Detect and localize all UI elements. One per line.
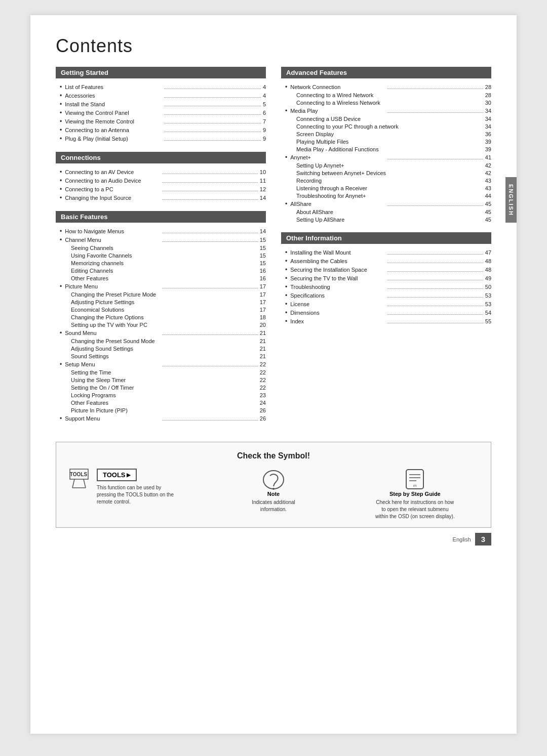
item-page: 11 — [260, 178, 266, 184]
list-item: Switching between Anynet+ Devices42 — [285, 169, 491, 177]
item-text: Editing Channels — [71, 268, 260, 274]
step-guide-description: Check here for instructions on how to op… — [374, 499, 455, 520]
item-text: Media Play - Additional Functions — [296, 146, 485, 152]
item-text: Sound Settings — [71, 353, 260, 359]
section-connections: ConnectionsConnecting to an AV Device10C… — [56, 152, 266, 202]
item-page: 44 — [485, 193, 491, 199]
tools-arrow-icon: ▶ — [127, 472, 131, 478]
item-text: Setup Menu — [65, 361, 160, 367]
item-page: 7 — [263, 118, 266, 124]
section-header-advanced-features: Advanced Features — [281, 67, 491, 78]
list-item: Setting Up Anynet+42 — [285, 161, 491, 169]
note-description: Indicates additional information. — [241, 499, 306, 513]
item-text: Troubleshooting for Anynet+ — [296, 193, 485, 199]
list-item: Connecting to a Wireless Network30 — [285, 99, 491, 106]
item-text: Changing the Preset Sound Mode — [71, 338, 260, 344]
list-item: Adjusting Picture Settings17 — [60, 298, 266, 306]
item-text: Accessories — [65, 93, 162, 99]
list-item: Install the Stand5 — [60, 100, 266, 108]
item-page: 34 — [485, 116, 491, 122]
list-item: Connecting to an AV Device10 — [60, 167, 266, 176]
item-page: 6 — [263, 110, 266, 116]
item-page: 15 — [260, 253, 266, 259]
item-page: 14 — [260, 228, 266, 234]
item-page: 28 — [485, 92, 491, 98]
item-page: 28 — [485, 84, 491, 90]
section-header-other-information: Other Information — [281, 232, 491, 244]
item-page: 36 — [485, 131, 491, 137]
item-page: 45 — [485, 209, 491, 215]
list-item: Other Features16 — [60, 274, 266, 282]
item-text: Network Connection — [290, 84, 385, 90]
section-header-connections: Connections — [56, 152, 266, 163]
list-item: Changing the Input Source14 — [60, 193, 266, 202]
item-page: 53 — [485, 301, 491, 307]
item-text: Adjusting Sound Settings — [71, 346, 260, 352]
item-page: 55 — [485, 318, 491, 324]
item-text: How to Navigate Menus — [65, 228, 160, 234]
item-text: Troubleshooting — [290, 284, 385, 290]
item-text: Index — [290, 318, 385, 324]
item-page: 4 — [263, 84, 266, 90]
list-item: Securing the TV to the Wall49 — [285, 274, 491, 282]
item-text: Changing the Preset Picture Mode — [71, 291, 260, 298]
list-item: Adjusting Sound Settings21 — [60, 345, 266, 352]
list-item: Seeing Channels15 — [60, 244, 266, 251]
item-page: 5 — [263, 101, 266, 107]
item-text: Setting Up AllShare — [296, 217, 485, 223]
item-page: 17 — [260, 307, 266, 313]
item-text: Economical Solutions — [71, 307, 260, 313]
list-item: Changing the Picture Options18 — [60, 313, 266, 321]
item-text: License — [290, 301, 385, 307]
tools-small-icon: TOOLS — [69, 469, 89, 490]
item-page: 48 — [485, 258, 491, 264]
list-item: How to Navigate Menus14 — [60, 227, 266, 235]
list-item: Using Favorite Channels15 — [60, 251, 266, 259]
list-item: Media Play34 — [285, 106, 491, 115]
item-page: 43 — [485, 185, 491, 191]
item-page: 15 — [260, 245, 266, 251]
list-item: Media Play - Additional Functions39 — [285, 145, 491, 153]
list-item: Anynet+41 — [285, 153, 491, 161]
item-page: 26 — [260, 415, 266, 422]
item-text: Switching between Anynet+ Devices — [296, 170, 485, 176]
item-text: Dimensions — [290, 310, 385, 316]
list-item: Playing Multiple Files39 — [285, 138, 491, 145]
item-text: Recording — [296, 178, 485, 184]
symbol-step-guide: m Step by Step Guide Check here for inst… — [349, 469, 481, 520]
item-page: 49 — [485, 275, 491, 281]
svg-point-6 — [272, 488, 275, 490]
item-text: Securing the Installation Space — [290, 267, 385, 273]
section-basic-features: Basic FeaturesHow to Navigate Menus14Cha… — [56, 211, 266, 423]
item-text: Memorizing channels — [71, 260, 260, 266]
item-page: 30 — [485, 100, 491, 106]
item-page: 21 — [260, 346, 266, 352]
list-item: Picture Menu17 — [60, 282, 266, 290]
item-text: Playing Multiple Files — [296, 139, 485, 145]
list-item: Memorizing channels15 — [60, 259, 266, 267]
list-item: Setting Up AllShare45 — [285, 216, 491, 223]
list-item: Setting up the TV with Your PC20 — [60, 321, 266, 328]
item-text: Setting the On / Off Timer — [71, 385, 260, 391]
list-item: Accessories4 — [60, 91, 266, 100]
item-page: 17 — [260, 283, 266, 289]
item-text: Support Menu — [65, 415, 160, 422]
section-getting-started: Getting StartedList of Features4Accessor… — [56, 67, 266, 143]
step-guide-label: Step by Step Guide — [389, 491, 441, 497]
list-item: Troubleshooting50 — [285, 282, 491, 291]
list-item: Other Features24 — [60, 399, 266, 406]
list-item: Changing the Preset Picture Mode17 — [60, 290, 266, 298]
list-item: Connecting a USB Device34 — [285, 115, 491, 122]
item-text: Plug & Play (Initial Setup) — [65, 136, 162, 142]
item-page: 21 — [260, 338, 266, 344]
list-item: Changing the Preset Sound Mode21 — [60, 337, 266, 345]
list-item: Economical Solutions17 — [60, 306, 266, 313]
item-page: 9 — [263, 136, 266, 142]
item-page: 15 — [260, 237, 266, 243]
note-label: Note — [267, 491, 280, 497]
item-text: Connecting to an Audio Device — [65, 178, 160, 184]
left-column: Getting StartedList of Features4Accessor… — [56, 67, 266, 432]
item-text: Sound Menu — [65, 330, 160, 336]
section-other-information: Other InformationInstalling the Wall Mou… — [281, 232, 491, 325]
page-title: Contents — [56, 35, 491, 57]
